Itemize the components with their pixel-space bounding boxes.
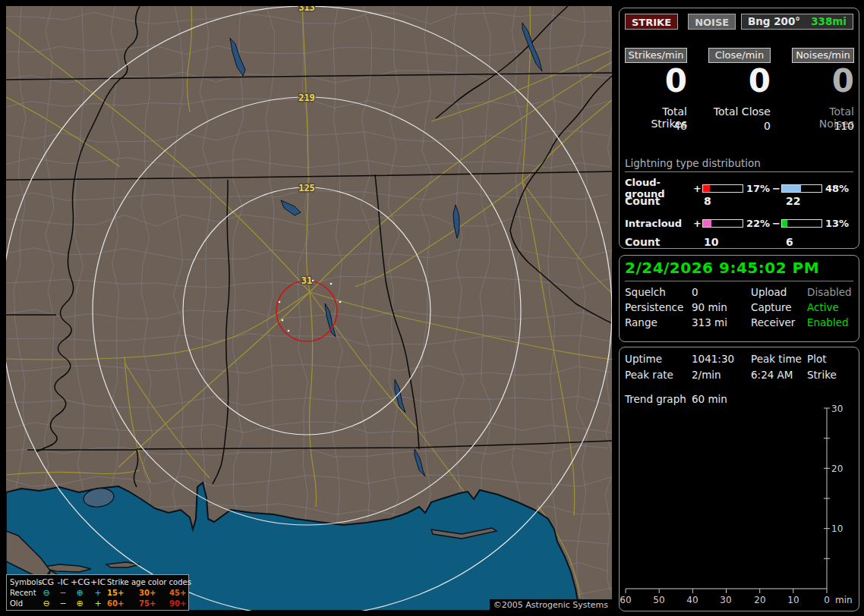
x-tick-60: 60 <box>620 595 631 605</box>
x-axis-unit: min <box>835 595 853 605</box>
recent-neg-cg-icon: ⊖ <box>37 589 55 597</box>
ic-positive-pct: 22% <box>743 218 772 229</box>
symbol-legend: Symbols -CG -IC +CG +IC Strike age color… <box>6 574 189 611</box>
minus-sign: − <box>772 218 781 229</box>
trend-chart: 30 20 10 60 50 40 30 20 10 0 min <box>620 399 859 610</box>
cg-positive-count: 8 <box>704 195 786 207</box>
recent-pos-ic-icon: + <box>89 589 107 597</box>
peak-rate-value: 2/min <box>692 369 751 381</box>
distribution-title: Lightning type distribution <box>625 157 853 172</box>
system-info-panel: 2/24/2026 9:45:02 PM Squelch 0 Upload Di… <box>619 255 859 342</box>
minus-sign: − <box>772 183 781 194</box>
range-value: 313 mi <box>692 316 751 328</box>
total-strikes-value: 46 <box>625 120 687 132</box>
persistence-value: 90 min <box>692 301 751 313</box>
ring-label-125: 125 <box>298 183 315 193</box>
peak-time-label: Peak time <box>751 353 807 365</box>
plus-sign: + <box>693 218 702 229</box>
app-window: { "map": { "ring_labels": ["313", "219",… <box>0 0 864 616</box>
cg-positive-bar <box>702 184 743 193</box>
y-tick-30: 30 <box>831 404 843 414</box>
rate-counter-values: 0 0 0 <box>620 64 859 98</box>
ic-positive-bar-fill <box>703 220 711 227</box>
strikes-per-min-value: 0 <box>625 64 687 98</box>
old-neg-ic-icon: − <box>55 599 71 608</box>
persistence-label: Persistence <box>625 301 692 313</box>
noises-per-min-button[interactable]: Noises/min <box>792 48 854 63</box>
cg-negative-bar-fill <box>782 185 801 192</box>
ic-negative-pct: 13% <box>822 218 853 229</box>
peak-time-value: 6:24 AM <box>751 369 807 381</box>
system-info-grid: Squelch 0 Upload Disabled Persistence 90… <box>625 286 856 328</box>
mode-button-row: STRIKE NOISE Bng 200° 338mi <box>625 14 853 30</box>
ic-negative-bar-fill <box>782 220 787 227</box>
ic-negative-count: 6 <box>786 236 853 248</box>
rate-counter-labels: Strikes/min Close/min Noises/min <box>620 48 859 63</box>
capture-status: Active <box>807 301 856 313</box>
count-label: Count <box>625 236 704 248</box>
old-pos-ic-icon: + <box>89 599 107 608</box>
x-tick-0: 0 <box>824 595 830 605</box>
legend-recent-row: Recent ⊖ − ⊕ + 15+ 30+ 45+ <box>10 587 188 598</box>
ring-label-313: 313 <box>298 6 315 13</box>
total-values: 46 0 110 <box>620 120 859 132</box>
squelch-label: Squelch <box>625 286 692 298</box>
age-75: 75+ <box>139 599 169 608</box>
strikes-per-min-button[interactable]: Strikes/min <box>625 48 687 63</box>
uptime-label: Uptime <box>625 353 692 365</box>
close-per-min-value: 0 <box>708 64 771 98</box>
bearing-readout: Bng 200° 338mi <box>741 14 853 30</box>
cloud-ground-count-row: Count 8 22 <box>625 195 853 207</box>
peak-rate-label: Peak rate <box>625 369 692 381</box>
recent-pos-cg-icon: ⊕ <box>71 589 89 597</box>
age-60: 60+ <box>107 599 139 608</box>
strike-counter-panel: STRIKE NOISE Bng 200° 338mi Strikes/min … <box>619 8 859 249</box>
map-canvas: 313 219 125 31 <box>6 6 612 611</box>
trend-panel: Uptime 1041:30 Peak time Plot Peak rate … <box>619 347 859 611</box>
ring-label-219: 219 <box>298 93 315 103</box>
age-90: 90+ <box>169 599 193 608</box>
legend-symbols-header: Symbols <box>10 578 37 586</box>
x-tick-20: 20 <box>754 595 765 605</box>
upload-label: Upload <box>751 286 807 298</box>
x-tick-10: 10 <box>787 595 799 605</box>
cg-negative-count: 22 <box>786 195 853 207</box>
plus-sign: + <box>693 183 702 194</box>
uptime-value: 1041:30 <box>692 353 751 365</box>
intracloud-label: Intracloud <box>625 218 693 229</box>
noises-per-min-value: 0 <box>792 64 854 98</box>
trend-stats-grid: Uptime 1041:30 Peak time Plot Peak rate … <box>625 353 856 381</box>
x-axis-ticks <box>626 589 827 593</box>
capture-label: Capture <box>751 301 807 313</box>
close-per-min-button[interactable]: Close/min <box>708 48 771 63</box>
cg-positive-pct: 17% <box>743 183 772 194</box>
copyright-text: ©2005 Astrogenic Systems <box>490 599 612 611</box>
legend-col-neg-cg: -CG <box>37 578 55 586</box>
lightning-map[interactable]: 313 219 125 31 Symbols -CG -IC +CG +IC S… <box>6 6 612 611</box>
old-neg-cg-icon: ⊖ <box>37 599 55 608</box>
cg-positive-bar-fill <box>703 185 710 192</box>
total-noises-value: 110 <box>792 120 854 132</box>
plot-value: Strike <box>807 369 856 381</box>
intracloud-count-row: Count 10 6 <box>625 236 853 248</box>
legend-col-pos-cg: +CG <box>71 578 89 586</box>
y-tick-10: 10 <box>831 523 843 534</box>
legend-old-row: Old ⊖ − ⊕ + 60+ 75+ 90+ <box>10 598 188 608</box>
strike-mode-button[interactable]: STRIKE <box>625 14 678 30</box>
age-45: 45+ <box>169 589 193 597</box>
legend-age-header: Strike age color codes <box>107 578 193 586</box>
cg-negative-bar <box>781 184 822 193</box>
x-tick-30: 30 <box>720 595 731 605</box>
total-close-value: 0 <box>708 120 771 132</box>
bearing-distance: 338mi <box>811 14 847 29</box>
legend-header-row: Symbols -CG -IC +CG +IC Strike age color… <box>10 577 188 587</box>
ring-label-31: 31 <box>301 275 312 286</box>
receiver-label: Receiver <box>751 316 807 328</box>
noise-mode-button[interactable]: NOISE <box>688 14 736 30</box>
x-tick-40: 40 <box>686 595 698 605</box>
legend-col-neg-ic: -IC <box>55 578 71 586</box>
datetime-display: 2/24/2026 9:45:02 PM <box>625 259 853 281</box>
age-30: 30+ <box>139 589 169 597</box>
x-tick-50: 50 <box>653 595 664 605</box>
bearing-label: Bng 200° <box>748 14 800 29</box>
